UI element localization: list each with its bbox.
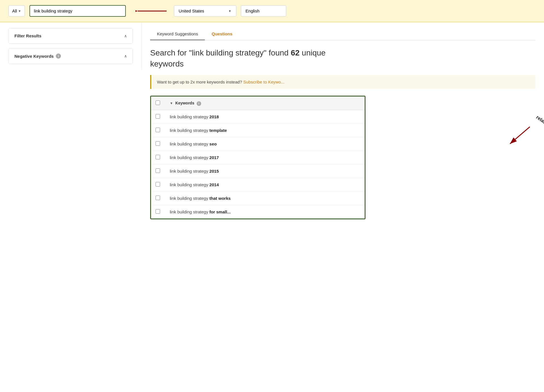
table-row: link building strategy 2018 (151, 110, 365, 124)
country-label: United States (179, 8, 204, 13)
keywords-table-wrapper: ▼ Keywords i link building strategy 2018 (150, 96, 366, 219)
keyword-cell: link building strategy 2014 (165, 178, 365, 192)
keyword-bold: 2014 (209, 182, 219, 187)
keyword-cell: link building strategy 2015 (165, 164, 365, 178)
language-label: English (246, 8, 260, 13)
tab-questions[interactable]: Questions (205, 28, 239, 40)
row-checkbox-cell (151, 110, 165, 124)
result-heading-count: 62 (291, 48, 299, 57)
row-checkbox-cell (151, 137, 165, 151)
keyword-bold: seo (209, 142, 217, 146)
negative-keywords-chevron-icon: ∧ (124, 54, 127, 58)
header-checkbox-cell (151, 97, 165, 110)
negative-keywords-header[interactable]: Negative Keywords i ∧ (9, 48, 133, 64)
info-banner: Want to get up to 2x more keywords inste… (150, 75, 536, 89)
header-keywords-cell: ▼ Keywords i (165, 97, 365, 110)
top-search-bar: All ▼ United States ▼ English (0, 0, 544, 22)
keyword-cell: link building strategy 2017 (165, 151, 365, 164)
keyword-prefix: link building strategy (170, 182, 209, 187)
negative-keywords-info-icon[interactable]: i (56, 53, 61, 59)
search-input-wrapper (29, 5, 126, 17)
row-checkbox-cell (151, 151, 165, 164)
left-arrow-svg (135, 7, 169, 15)
keywords-table: ▼ Keywords i link building strategy 2018 (151, 97, 365, 219)
negative-keywords-title: Negative Keywords (14, 54, 54, 59)
keyword-bold: 2017 (209, 155, 219, 160)
row-checkbox[interactable] (156, 196, 160, 200)
keyword-prefix: link building strategy (170, 196, 209, 201)
row-checkbox[interactable] (156, 182, 160, 187)
related-keywords-text: related keywords (535, 115, 544, 142)
filter-results-title: Filter Results (14, 33, 41, 38)
keyword-prefix: link building strategy (170, 114, 209, 119)
country-chevron-icon: ▼ (228, 9, 231, 13)
search-input[interactable] (29, 5, 126, 17)
table-row: link building strategy 2017 (151, 151, 365, 164)
negative-keywords-title-wrap: Negative Keywords i (14, 53, 61, 59)
row-checkbox[interactable] (156, 141, 160, 146)
tab-keyword-suggestions[interactable]: Keyword Suggestions (150, 28, 205, 40)
keyword-prefix: link building strategy (170, 209, 209, 214)
related-keywords-svg: related keywords (490, 104, 544, 149)
keyword-prefix: link building strategy (170, 155, 209, 160)
row-checkbox[interactable] (156, 168, 160, 173)
all-chevron-icon: ▼ (18, 9, 21, 13)
table-row: link building strategy 2015 (151, 164, 365, 178)
keyword-prefix: link building strategy (170, 142, 209, 146)
filter-results-header[interactable]: Filter Results ∧ (9, 28, 133, 43)
input-arrow-annotation (135, 7, 169, 15)
keywords-info-icon[interactable]: i (197, 101, 201, 106)
country-dropdown[interactable]: United States ▼ (174, 5, 236, 16)
row-checkbox-cell (151, 192, 165, 205)
keyword-bold: 2018 (209, 114, 219, 119)
table-row: link building strategy for small... (151, 205, 365, 219)
info-banner-text: Want to get up to 2x more keywords inste… (157, 80, 243, 84)
header-keywords-label: Keywords (175, 101, 194, 105)
keyword-cell: link building strategy template (165, 124, 365, 137)
sort-arrow-icon: ▼ (170, 101, 173, 105)
row-checkbox-cell (151, 164, 165, 178)
all-label: All (12, 8, 17, 13)
row-checkbox-cell (151, 205, 165, 219)
negative-keywords-section: Negative Keywords i ∧ (8, 48, 133, 64)
table-container: ▼ Keywords i link building strategy 2018 (150, 96, 536, 219)
table-row: link building strategy that works (151, 192, 365, 205)
keyword-bold: that works (209, 196, 231, 201)
keyword-bold: 2015 (209, 169, 219, 173)
result-heading-prefix: Search for "link building strategy" foun… (150, 48, 291, 57)
info-banner-link[interactable]: Subscribe to Keywo... (243, 80, 284, 84)
keyword-bold: for small... (209, 209, 231, 214)
keyword-cell: link building strategy 2018 (165, 110, 365, 124)
keyword-cell: link building strategy for small... (165, 205, 365, 219)
header-checkbox[interactable] (156, 100, 160, 105)
row-checkbox-cell (151, 124, 165, 137)
main-content: Keyword Suggestions Questions Search for… (142, 22, 544, 226)
keyword-cell: link building strategy that works (165, 192, 365, 205)
svg-line-3 (510, 127, 530, 144)
related-keywords-annotation: related keywords (490, 104, 544, 151)
main-layout: Filter Results ∧ Negative Keywords i ∧ K… (0, 22, 544, 226)
filter-results-section: Filter Results ∧ (8, 28, 133, 44)
row-checkbox[interactable] (156, 114, 160, 119)
filter-results-chevron-icon: ∧ (124, 34, 127, 38)
tabs-bar: Keyword Suggestions Questions (150, 28, 536, 40)
row-checkbox[interactable] (156, 155, 160, 159)
row-checkbox-cell (151, 178, 165, 192)
result-heading: Search for "link building strategy" foun… (150, 47, 536, 69)
row-checkbox[interactable] (156, 128, 160, 132)
keyword-cell: link building strategy seo (165, 137, 365, 151)
table-header-row: ▼ Keywords i (151, 97, 365, 110)
row-checkbox[interactable] (156, 209, 160, 214)
language-box: English (241, 5, 286, 16)
keyword-bold: template (209, 128, 227, 133)
keywords-list: link building strategy 2018 link buildin… (151, 110, 365, 219)
keyword-prefix: link building strategy (170, 169, 209, 173)
all-dropdown[interactable]: All ▼ (8, 5, 25, 16)
keyword-prefix: link building strategy (170, 128, 209, 133)
table-row: link building strategy seo (151, 137, 365, 151)
table-row: link building strategy 2014 (151, 178, 365, 192)
sidebar: Filter Results ∧ Negative Keywords i ∧ (0, 22, 142, 70)
table-row: link building strategy template (151, 124, 365, 137)
